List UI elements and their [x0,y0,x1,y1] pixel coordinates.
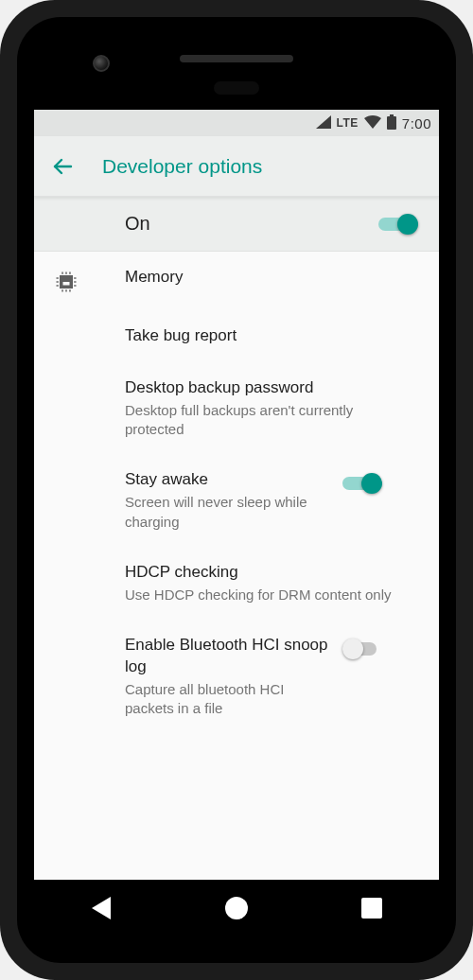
earpiece-speaker [180,55,293,62]
svg-rect-10 [61,272,62,274]
settings-list[interactable]: Memory Take bug report Desktop backup pa… [34,252,439,880]
svg-rect-13 [61,289,62,291]
back-arrow-icon[interactable] [51,155,74,178]
svg-rect-4 [57,277,59,278]
item-subtitle: Capture all bluetooth HCI packets in a f… [125,680,333,719]
page-title: Developer options [102,155,262,178]
master-switch[interactable] [378,214,418,235]
screen: LTE 7:00 Developer options On [34,110,439,880]
list-item-bug-report[interactable]: Take bug report [34,310,439,362]
list-item-hdcp-checking[interactable]: HDCP checking Use HDCP checking for DRM … [34,547,439,620]
svg-rect-1 [390,114,394,116]
memory-chip-icon [53,269,79,295]
network-type-label: LTE [337,116,359,130]
item-subtitle: Desktop full backups aren't currently pr… [125,401,409,440]
list-item-bluetooth-hci-snoop[interactable]: Enable Bluetooth HCI snoop log Capture a… [34,620,439,733]
svg-rect-16 [63,282,70,286]
proximity-sensor [214,81,259,95]
svg-rect-11 [65,272,66,274]
item-title: Desktop backup password [125,377,409,399]
svg-rect-0 [387,116,396,130]
nav-recents-button[interactable] [334,898,410,919]
battery-icon [387,114,396,132]
wifi-icon [364,115,381,131]
nav-home-button[interactable] [199,897,274,919]
stay-awake-switch[interactable] [342,473,382,494]
phone-bezel: LTE 7:00 Developer options On [17,17,456,963]
status-bar: LTE 7:00 [34,110,439,136]
list-item-desktop-backup-password[interactable]: Desktop backup password Desktop full bac… [34,362,439,454]
svg-rect-5 [57,281,59,282]
svg-rect-14 [65,289,66,291]
nav-back-button[interactable] [63,897,139,919]
app-header: Developer options [34,136,439,197]
svg-rect-15 [69,289,70,291]
svg-rect-9 [74,285,76,286]
item-title: Memory [125,267,409,289]
list-item-memory[interactable]: Memory [34,252,439,310]
item-title: HDCP checking [125,562,409,584]
item-subtitle: Screen will never sleep while charging [125,493,333,532]
svg-rect-8 [74,281,76,282]
item-title: Enable Bluetooth HCI snoop log [125,635,333,678]
svg-rect-12 [69,272,70,274]
cell-signal-icon [316,115,331,131]
svg-rect-7 [74,277,76,278]
front-camera [93,55,110,72]
item-title: Take bug report [125,325,409,347]
square-recents-icon [361,898,382,919]
bt-hci-snoop-switch[interactable] [342,639,382,659]
triangle-back-icon [92,897,111,919]
status-clock: 7:00 [402,115,431,131]
master-toggle-row[interactable]: On [34,197,439,252]
item-title: Stay awake [125,469,333,491]
navigation-bar [34,880,439,936]
circle-home-icon [225,897,248,919]
svg-rect-6 [57,285,59,286]
phone-frame: LTE 7:00 Developer options On [0,0,473,980]
item-subtitle: Use HDCP checking for DRM content only [125,586,409,604]
list-item-stay-awake[interactable]: Stay awake Screen will never sleep while… [34,454,439,546]
master-toggle-label: On [125,213,378,235]
